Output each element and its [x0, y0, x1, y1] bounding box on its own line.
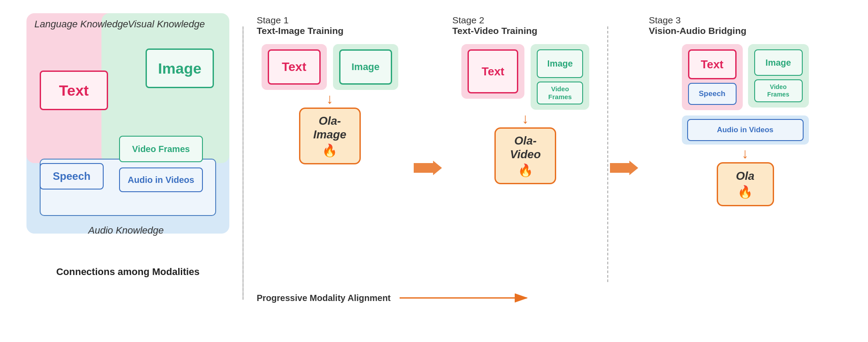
- speech-modality-box: Speech: [40, 163, 104, 190]
- stage2-inputs: Text Image VideoFrames: [461, 44, 589, 110]
- stage2-image-label: Image: [547, 59, 573, 69]
- stage1: Stage 1 Text-Image Training Text Image: [248, 13, 412, 164]
- stage-divider-2: [607, 26, 608, 282]
- stage2-video-frames-box: VideoFrames: [537, 82, 583, 104]
- stage2-image-box: Image: [537, 49, 583, 78]
- stage2-text-label: Text: [482, 65, 505, 78]
- stage2-fire: 🔥: [518, 163, 533, 178]
- arrow-right-1-2: [414, 159, 442, 177]
- text-modality-box: Text: [40, 71, 108, 110]
- stage2-model-name: Ola- Video: [510, 134, 541, 161]
- stage2-text-box: Text: [468, 49, 518, 93]
- arrow-right-2-3: [610, 159, 638, 177]
- audio-in-videos-label: Audio in Videos: [128, 175, 195, 185]
- bottom-caption-row: Progressive Modality Alignment: [248, 292, 850, 304]
- stage3-image-box: Image: [754, 49, 803, 76]
- stage3-inputs: Text Speech Image Video: [682, 44, 809, 145]
- label-visual: Visual Knowledge: [128, 19, 205, 30]
- stage1-inputs: Text Image: [262, 44, 398, 90]
- stage2-num: Stage 2: [453, 15, 599, 26]
- stage3-num: Stage 3: [649, 15, 842, 26]
- stage2-text-bg: Text: [461, 44, 524, 99]
- stage3-audio-in-videos-label: Audio in Videos: [717, 126, 773, 134]
- image-label: Image: [158, 60, 201, 77]
- bottom-caption-text: Progressive Modality Alignment: [257, 293, 391, 303]
- stage1-arrow-down: ↓: [326, 92, 333, 106]
- stage2-video-frames-label: VideoFrames: [548, 85, 572, 101]
- stage3-name: Vision-Audio Bridging: [649, 26, 842, 36]
- stage1-text-bg: Text: [262, 44, 327, 90]
- stage1-model-name: Ola- Image: [313, 114, 346, 141]
- stage3-model-box: Ola 🔥: [717, 162, 774, 206]
- stage1-fire: 🔥: [322, 143, 337, 158]
- label-audio-knowledge: Audio Knowledge: [88, 225, 164, 236]
- stage3-speech-label: Speech: [699, 89, 725, 98]
- stage3-model-name: Ola: [736, 169, 755, 183]
- left-caption: Connections among Modalities: [56, 266, 199, 278]
- stage1-text-label: Text: [282, 60, 307, 74]
- stage1-image-bg: Image: [333, 44, 398, 90]
- stage1-text-box: Text: [268, 49, 321, 85]
- stage3-text-box: Text: [688, 49, 737, 79]
- stage2-header: Stage 2 Text-Video Training: [448, 13, 603, 36]
- stage1-image-label: Image: [352, 61, 380, 73]
- video-frames-label: Video Frames: [132, 144, 190, 154]
- stage3-arrow-down: ↓: [742, 146, 749, 160]
- text-label: Text: [59, 82, 89, 99]
- stage1-name: Text-Image Training: [257, 26, 403, 36]
- stage1-header: Stage 1 Text-Image Training: [252, 13, 408, 36]
- left-diagram: Language Knowledge Visual Knowledge Text…: [26, 13, 229, 260]
- stage3-speech-box: Speech: [688, 83, 737, 105]
- left-divider: [243, 26, 243, 300]
- svg-marker-0: [414, 161, 442, 175]
- stage3-right-bg: Image VideoFrames: [748, 44, 809, 108]
- stage2-right-bg: Image VideoFrames: [531, 44, 589, 110]
- stage2: Stage 2 Text-Video Training Text Image: [444, 13, 608, 184]
- stage3-fire: 🔥: [737, 185, 753, 199]
- stage3-image-label: Image: [766, 58, 791, 68]
- stage3-video-frames-label: VideoFrames: [767, 83, 789, 98]
- stage3-text-label: Text: [701, 58, 724, 71]
- svg-marker-1: [610, 161, 638, 175]
- speech-label: Speech: [53, 170, 90, 182]
- bottom-arrow: [400, 292, 532, 304]
- image-modality-box: Image: [146, 48, 214, 88]
- stage1-model-box: Ola- Image 🔥: [299, 108, 361, 164]
- stage3-left-bg: Text Speech: [682, 44, 743, 110]
- stage2-model-box: Ola- Video 🔥: [494, 127, 556, 184]
- stage3-audio-in-videos-box: Audio in Videos: [687, 119, 804, 141]
- stage3-header: Stage 3 Vision-Audio Bridging: [644, 13, 846, 36]
- stage2-name: Text-Video Training: [453, 26, 599, 36]
- stage3: Stage 3 Vision-Audio Bridging Text Speec…: [640, 13, 850, 206]
- left-section: Language Knowledge Visual Knowledge Text…: [18, 13, 238, 304]
- audio-in-videos-modality-box: Audio in Videos: [119, 167, 203, 192]
- main-container: Language Knowledge Visual Knowledge Text…: [0, 0, 868, 342]
- stage2-arrow-down: ↓: [522, 112, 529, 126]
- stage3-video-frames-box: VideoFrames: [754, 79, 803, 102]
- label-language: Language Knowledge: [34, 19, 128, 30]
- stage1-num: Stage 1: [257, 15, 403, 26]
- video-frames-modality-box: Video Frames: [119, 136, 203, 162]
- stage1-image-box: Image: [339, 49, 392, 85]
- stage3-audio-bg: Audio in Videos: [682, 115, 809, 145]
